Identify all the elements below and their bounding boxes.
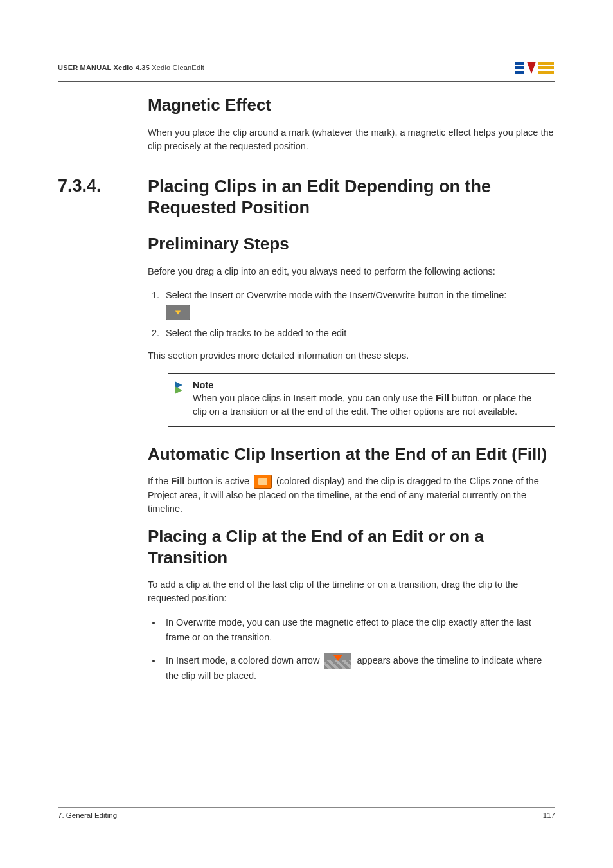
heading-preliminary-steps: Preliminary Steps <box>148 233 555 255</box>
svg-rect-0 <box>515 62 524 65</box>
svg-rect-4 <box>538 62 554 65</box>
page-header: USER MANUAL Xedio 4.35 Xedio CleanEdit <box>58 58 555 82</box>
auto-p1-a: If the <box>148 476 171 486</box>
placing-bullet-list: In Overwrite mode, you can use the magne… <box>162 615 555 683</box>
magnetic-effect-body: When you place the clip around a mark (w… <box>148 126 555 153</box>
fill-button-icon <box>254 475 272 489</box>
header-product: Xedio 4.35 <box>114 64 150 71</box>
note-body-bold: Fill <box>436 393 449 403</box>
insert-overwrite-button-icon <box>166 305 190 320</box>
evs-logo-icon <box>515 58 555 77</box>
note-body: When you place clips in Insert mode, you… <box>193 392 546 419</box>
footer-page-number: 117 <box>543 811 555 819</box>
note-callout: Note When you place clips in Insert mode… <box>168 373 555 427</box>
note-body-pre: When you place clips in Insert mode, you… <box>193 393 436 403</box>
section-title: Placing Clips in an Edit Depending on th… <box>148 176 555 220</box>
auto-p1-b: Fill <box>171 476 184 486</box>
note-title: Note <box>193 380 546 390</box>
svg-marker-3 <box>527 62 536 74</box>
placing-intro: To add a clip at the end of the last cli… <box>148 578 555 605</box>
section-7-3-4: 7.3.4. Placing Clips in an Edit Dependin… <box>58 176 555 220</box>
placing-bullet-1: In Overwrite mode, you can use the magne… <box>162 615 555 644</box>
auto-p1-c: button is active <box>184 476 252 486</box>
svg-rect-5 <box>538 66 554 69</box>
prelim-step-1: Select the Insert or Overwrite mode with… <box>162 289 555 320</box>
prelim-intro: Before you drag a clip into an edit, you… <box>148 265 555 278</box>
placing-b2-a: In Insert mode, a colored down arrow <box>166 655 322 665</box>
placing-bullet-2: In Insert mode, a colored down arrow app… <box>162 653 555 683</box>
svg-rect-6 <box>538 71 554 74</box>
prelim-step-2: Select the clip tracks to be added to th… <box>162 327 555 340</box>
evs-logo <box>515 58 555 77</box>
heading-auto-clip-insertion: Automatic Clip Insertion at the End of a… <box>148 444 555 465</box>
heading-magnetic-effect: Magnetic Effect <box>148 95 555 116</box>
heading-placing-clip: Placing a Clip at the End of an Edit or … <box>148 526 555 568</box>
svg-rect-2 <box>515 71 524 74</box>
header-module: Xedio CleanEdit <box>150 64 204 71</box>
header-title: USER MANUAL Xedio 4.35 Xedio CleanEdit <box>58 64 204 71</box>
section-number: 7.3.4. <box>58 176 136 196</box>
svg-marker-8 <box>175 386 182 394</box>
prelim-step-1-text: Select the Insert or Overwrite mode with… <box>166 290 506 300</box>
svg-rect-1 <box>515 66 524 69</box>
down-arrow-indicator-icon <box>324 653 351 669</box>
prelim-outro: This section provides more detailed info… <box>148 349 555 363</box>
auto-paragraph: If the Fill button is active (colored di… <box>148 475 555 516</box>
note-flag-icon <box>175 381 184 419</box>
page-footer: 7. General Editing 117 <box>58 807 555 819</box>
header-prefix: USER MANUAL <box>58 64 114 71</box>
prelim-steps-list: Select the Insert or Overwrite mode with… <box>162 289 555 340</box>
footer-chapter: 7. General Editing <box>58 811 117 819</box>
